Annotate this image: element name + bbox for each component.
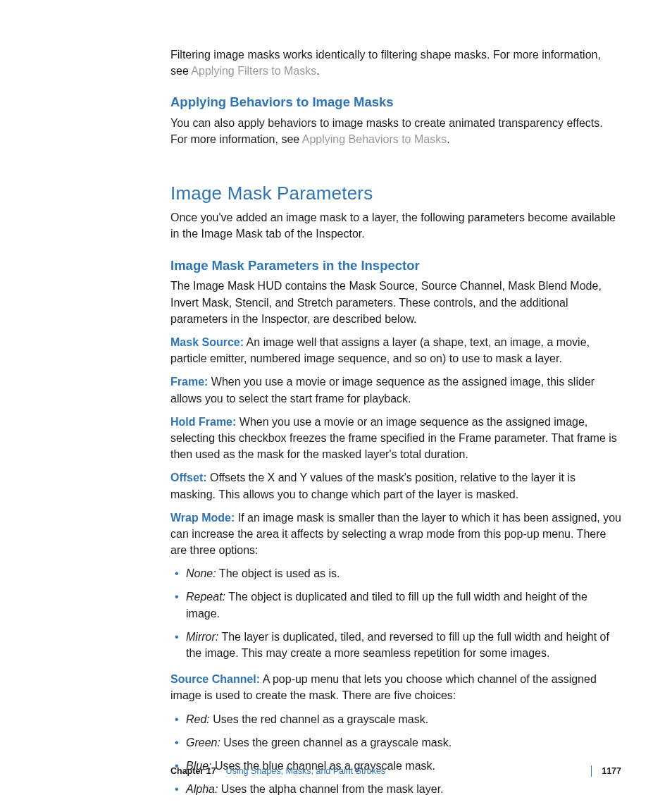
label-hold-frame: Hold Frame: <box>170 416 236 428</box>
list-item: Repeat: The object is duplicated and til… <box>170 589 621 621</box>
text-hold-frame: When you use a movie or an image sequenc… <box>170 416 617 460</box>
opt-red: Red: <box>186 713 210 725</box>
list-item: Red: Uses the red channel as a grayscale… <box>170 711 621 727</box>
footer-title: Using Shapes, Masks, and Paint Strokes <box>226 765 581 777</box>
opt-none: None: <box>186 567 216 579</box>
list-item: Mirror: The layer is duplicated, tiled, … <box>170 629 621 661</box>
page-body: Filtering image masks works identically … <box>0 0 672 797</box>
heading-applying-behaviors: Applying Behaviors to Image Masks <box>170 93 621 112</box>
param-frame: Frame: When you use a movie or image seq… <box>170 374 621 406</box>
opt-green-text: Uses the green channel as a grayscale ma… <box>220 737 452 749</box>
list-item: Green: Uses the green channel as a grays… <box>170 734 621 751</box>
param-wrap-mode: Wrap Mode: If an image mask is smaller t… <box>170 510 621 559</box>
text-frame: When you use a movie or image sequence a… <box>170 376 595 404</box>
opt-alpha: Alpha: <box>186 783 218 795</box>
wrap-mode-list: None: The object is used as is. Repeat: … <box>170 565 621 661</box>
intro-text-b: . <box>316 65 319 77</box>
behaviors-text-b: . <box>447 133 449 145</box>
footer-chapter: Chapter 17 <box>170 765 216 777</box>
label-frame: Frame: <box>170 376 208 388</box>
opt-repeat: Repeat: <box>186 591 225 603</box>
opt-red-text: Uses the red channel as a grayscale mask… <box>210 713 428 725</box>
heading-image-mask-parameters: Image Mask Parameters <box>170 180 621 207</box>
param-offset: Offset: Offsets the X and Y values of th… <box>170 469 621 502</box>
list-item: Alpha: Uses the alpha channel from the m… <box>170 781 621 797</box>
opt-green: Green: <box>186 737 220 749</box>
link-applying-behaviors[interactable]: Applying Behaviors to Masks <box>302 133 447 145</box>
link-applying-filters[interactable]: Applying Filters to Masks <box>191 65 316 77</box>
footer-divider <box>591 765 592 777</box>
opt-repeat-text: The object is duplicated and tiled to fi… <box>186 591 587 619</box>
heading-imp-inspector: Image Mask Parameters in the Inspector <box>170 257 621 276</box>
imp-paragraph: Once you've added an image mask to a lay… <box>170 209 621 242</box>
label-mask-source: Mask Source: <box>170 336 244 348</box>
opt-mirror: Mirror: <box>186 631 218 643</box>
behaviors-paragraph: You can also apply behaviors to image ma… <box>170 115 621 147</box>
text-offset: Offsets the X and Y values of the mask's… <box>170 472 575 500</box>
param-mask-source: Mask Source: An image well that assigns … <box>170 334 621 366</box>
label-source-channel: Source Channel: <box>170 673 260 685</box>
param-hold-frame: Hold Frame: When you use a movie or an i… <box>170 414 621 463</box>
opt-alpha-text: Uses the alpha channel from the mask lay… <box>218 783 443 795</box>
list-item: None: The object is used as is. <box>170 565 621 581</box>
source-channel-list: Red: Uses the red channel as a grayscale… <box>170 711 621 798</box>
inspector-paragraph: The Image Mask HUD contains the Mask Sou… <box>170 278 621 327</box>
opt-none-text: The object is used as is. <box>216 567 340 579</box>
label-offset: Offset: <box>170 472 207 483</box>
page-footer: Chapter 17 Using Shapes, Masks, and Pain… <box>170 765 621 777</box>
footer-page-number: 1177 <box>602 765 621 777</box>
label-wrap-mode: Wrap Mode: <box>170 512 235 524</box>
opt-mirror-text: The layer is duplicated, tiled, and reve… <box>186 631 609 659</box>
text-wrap-mode: If an image mask is smaller than the lay… <box>170 512 621 556</box>
param-source-channel: Source Channel: A pop-up menu that lets … <box>170 671 621 703</box>
intro-paragraph: Filtering image masks works identically … <box>170 47 621 79</box>
